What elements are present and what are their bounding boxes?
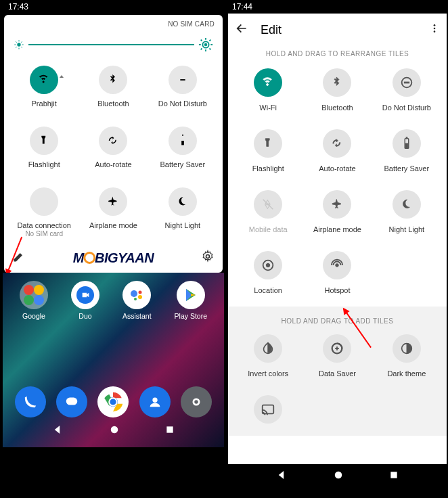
edit-tile-invert[interactable]: Invert colors [233, 334, 303, 378]
edit-tile-flashlight[interactable]: Flashlight [233, 129, 303, 173]
edit-tile-dnd[interactable]: Do Not Disturb [372, 68, 441, 112]
edit-tile-battery[interactable]: Battery Saver [372, 129, 441, 173]
hotspot-icon [323, 251, 351, 279]
tile-label: Bluetooth [97, 99, 129, 109]
left-screenshot: 17:43 NO SIM CARD PrabhjitBluetoothDo No… [3, 0, 224, 493]
location-icon [254, 251, 282, 279]
nav-bar [3, 417, 224, 445]
app-duo[interactable]: Duo [71, 281, 99, 320]
brightness-high-icon [198, 37, 213, 52]
tile-label: Auto-rotate [319, 164, 355, 173]
edit-tile-bluetooth[interactable]: Bluetooth [303, 68, 372, 112]
edit-tile-data-off[interactable]: Mobile data [233, 190, 303, 233]
nav-home-button[interactable] [332, 469, 344, 484]
nav-home-button[interactable] [108, 424, 120, 438]
svg-point-30 [434, 28, 436, 30]
qs-tile-flashlight[interactable]: Flashlight [9, 127, 79, 170]
app-play-store[interactable]: Play Store [175, 281, 207, 320]
edit-tile-airplane[interactable]: Airplane mode [303, 190, 372, 233]
svg-rect-20 [66, 398, 78, 405]
airplane-icon [323, 190, 351, 219]
app-icon [71, 281, 99, 309]
edit-toolbar: Edit [228, 14, 447, 45]
brightness-slider[interactable] [4, 30, 223, 56]
edit-tile-rotate[interactable]: Auto-rotate [303, 129, 372, 173]
app-label: Google [22, 312, 45, 320]
svg-point-31 [434, 30, 436, 32]
tile-label: Prabhjit [32, 99, 57, 109]
svg-point-17 [139, 291, 142, 294]
brightness-low-icon [14, 39, 24, 50]
phone-app-icon[interactable] [15, 386, 46, 417]
qs-tile-airplane[interactable]: Airplane mode [79, 187, 148, 238]
tile-label: Do Not Disturb [158, 99, 207, 109]
battery-icon [169, 127, 197, 155]
qs-tile-wifi[interactable]: Prabhjit [9, 66, 79, 109]
tile-label: Night Light [165, 221, 201, 231]
status-bar: 17:44 [227, 0, 448, 14]
contacts-app-icon[interactable] [139, 386, 171, 417]
edit-tile-night[interactable]: Night Light [372, 190, 441, 233]
edit-tile-cast[interactable] [233, 395, 303, 430]
tile-label: Invert colors [248, 369, 288, 378]
bluetooth-icon [99, 66, 127, 94]
edit-tile-dark[interactable]: Dark theme [372, 334, 441, 378]
qs-tile-bluetooth[interactable]: Bluetooth [79, 66, 148, 109]
app-assistant[interactable]: Assistant [122, 281, 152, 320]
brightness-track[interactable] [28, 44, 194, 45]
camera-app-icon[interactable] [181, 386, 212, 417]
tile-label: Dark theme [387, 369, 426, 378]
svg-point-24 [152, 398, 157, 403]
tile-label: Data Saver [319, 369, 356, 378]
tile-label: Night Light [389, 225, 425, 233]
battery-icon [393, 129, 421, 158]
data-off-icon [30, 187, 58, 216]
messages-app-icon[interactable] [56, 386, 87, 417]
night-icon [393, 190, 421, 219]
datasaver-icon [323, 334, 351, 363]
app-icon [122, 281, 151, 309]
app-icon [177, 281, 205, 309]
tile-label: Battery Saver [160, 160, 206, 170]
nav-back-button[interactable] [52, 424, 64, 438]
nav-recents-button[interactable] [388, 470, 399, 483]
overflow-menu-icon[interactable] [429, 23, 440, 37]
invert-icon [254, 334, 282, 363]
app-icon [20, 281, 48, 309]
app-label: Play Store [175, 312, 207, 320]
dnd-icon [393, 68, 421, 97]
app-google[interactable]: Google [20, 281, 48, 320]
back-arrow-icon[interactable] [235, 22, 248, 38]
wifi-icon [30, 66, 58, 94]
nav-recents-button[interactable] [164, 424, 175, 438]
chrome-app-icon[interactable] [97, 386, 129, 417]
qs-tile-battery[interactable]: Battery Saver [148, 127, 217, 170]
edit-tile-location[interactable]: Location [233, 251, 303, 294]
dnd-icon [169, 66, 197, 94]
svg-point-11 [17, 43, 20, 46]
rotate-icon [99, 127, 127, 155]
settings-gear-icon[interactable] [201, 250, 215, 266]
qs-tile-data-off[interactable]: Data connectionNo SIM card [9, 187, 79, 238]
qs-tile-dnd[interactable]: Do Not Disturb [148, 66, 217, 109]
tile-label: Hotspot [325, 286, 351, 294]
svg-point-27 [110, 426, 118, 434]
expand-caret-icon[interactable] [60, 75, 64, 78]
dock [3, 386, 224, 417]
svg-point-29 [434, 24, 436, 26]
tile-label: Flashlight [28, 160, 60, 170]
tile-label: Battery Saver [384, 164, 430, 173]
tile-label: Location [254, 286, 282, 294]
edit-tile-hotspot[interactable]: Hotspot [303, 251, 372, 294]
edit-tile-wifi[interactable]: Wi-Fi [233, 68, 303, 112]
qs-tile-rotate[interactable]: Auto-rotate [79, 127, 148, 170]
nav-back-button[interactable] [276, 469, 288, 484]
right-screenshot: 17:44 Edit HOLD AND DRAG TO REARRANGE TI… [227, 0, 448, 493]
tile-label: Wi-Fi [259, 104, 277, 112]
svg-point-14 [206, 255, 210, 258]
edit-tile-datasaver[interactable]: Data Saver [303, 334, 372, 378]
airplane-icon [99, 187, 127, 216]
qs-tile-night[interactable]: Night Light [148, 187, 217, 238]
svg-rect-28 [166, 427, 173, 433]
tile-label: Airplane mode [313, 225, 361, 233]
